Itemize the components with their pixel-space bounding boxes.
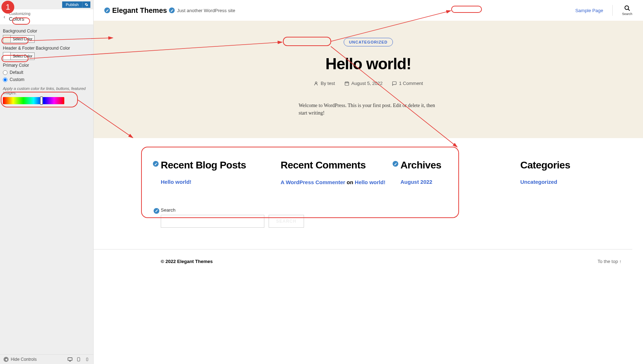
svg-rect-4 [86, 358, 88, 361]
svg-line-12 [29, 38, 113, 41]
mobile-preview-icon[interactable] [85, 357, 90, 362]
collapse-icon: ◀ [4, 357, 9, 362]
hide-controls-button[interactable]: ◀ Hide Controls [4, 357, 37, 362]
to-top-link[interactable]: To the top ↑ [598, 259, 622, 264]
categories-title: Categories [520, 160, 633, 171]
hide-controls-label: Hide Controls [11, 357, 37, 362]
svg-line-14 [331, 11, 451, 41]
svg-line-16 [331, 46, 457, 147]
desktop-preview-icon[interactable] [68, 357, 73, 362]
svg-rect-0 [68, 358, 72, 360]
annotation-arrows [0, 0, 518, 293]
annotation-number-1: 1 [1, 1, 14, 14]
svg-rect-3 [78, 358, 80, 361]
search-icon [624, 5, 630, 11]
search-toggle[interactable]: Search [612, 5, 632, 16]
search-label: Search [622, 12, 632, 16]
tablet-preview-icon[interactable] [76, 357, 81, 362]
nav-sample-page[interactable]: Sample Page [575, 8, 603, 13]
svg-line-6 [628, 9, 630, 11]
svg-line-15 [78, 100, 133, 138]
svg-line-13 [29, 42, 282, 59]
category-link[interactable]: Uncategorized [520, 179, 633, 185]
svg-point-5 [625, 6, 629, 10]
